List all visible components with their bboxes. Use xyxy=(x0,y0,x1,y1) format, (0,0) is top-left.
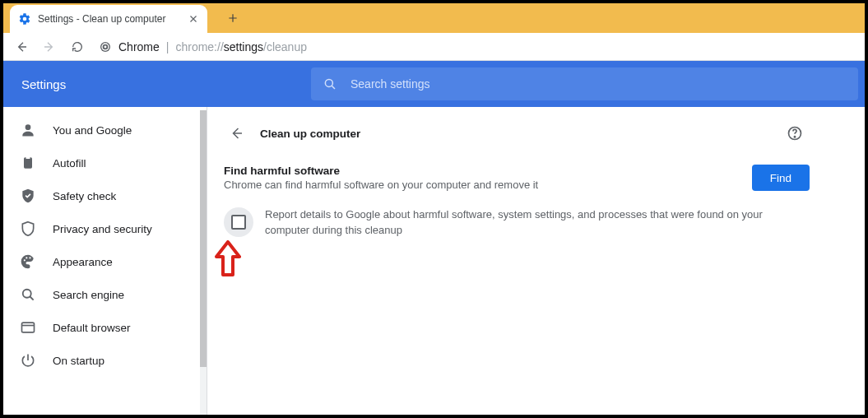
magnify-icon xyxy=(20,286,36,303)
search-settings-input[interactable] xyxy=(350,77,847,91)
address-bar[interactable]: Chrome | chrome://settings/cleanup xyxy=(94,40,858,53)
browser-tab[interactable]: Settings - Clean up computer xyxy=(10,5,207,33)
shield-check-icon xyxy=(20,188,36,204)
sidebar-item-privacy[interactable]: Privacy and security xyxy=(3,212,207,245)
svg-rect-7 xyxy=(26,156,30,159)
sidebar-item-label: Privacy and security xyxy=(53,223,152,235)
sidebar-item-label: Appearance xyxy=(53,256,113,268)
power-icon xyxy=(20,352,36,369)
svg-point-14 xyxy=(794,137,795,137)
sidebar-scrollbar[interactable] xyxy=(200,110,207,415)
section-title: Clean up computer xyxy=(260,128,787,140)
clipboard-icon xyxy=(20,155,36,171)
sidebar-item-label: Autofill xyxy=(53,157,86,170)
settings-brand: Settings xyxy=(3,77,304,91)
url-host: Chrome xyxy=(118,40,160,53)
report-checkbox[interactable] xyxy=(231,215,246,230)
sidebar-item-label: On startup xyxy=(53,355,104,367)
new-tab-button[interactable] xyxy=(219,3,247,33)
plus-icon xyxy=(227,12,239,24)
panel-title: Find harmful software xyxy=(224,165,736,177)
report-checkbox-label: Report details to Google about harmful s… xyxy=(265,207,810,239)
arrow-left-icon xyxy=(230,126,244,141)
report-checkbox-wrap xyxy=(224,207,253,237)
settings-content: Clean up computer Find harmful software … xyxy=(207,107,865,415)
sidebar-item-label: Safety check xyxy=(53,190,116,202)
palette-icon xyxy=(20,253,36,270)
svg-rect-12 xyxy=(22,323,35,332)
gear-icon xyxy=(18,12,31,26)
sidebar-item-appearance[interactable]: Appearance xyxy=(3,245,207,278)
find-button[interactable]: Find xyxy=(752,165,810,191)
search-settings-box[interactable] xyxy=(311,67,858,100)
tab-title: Settings - Clean up computer xyxy=(38,13,188,25)
sidebar-item-search-engine[interactable]: Search engine xyxy=(3,278,207,311)
svg-point-3 xyxy=(104,45,107,48)
svg-rect-6 xyxy=(24,157,32,168)
sidebar-item-default-browser[interactable]: Default browser xyxy=(3,311,207,344)
person-icon xyxy=(20,122,36,138)
browser-toolbar: Chrome | chrome://settings/cleanup xyxy=(3,33,865,61)
reload-button[interactable] xyxy=(66,35,89,58)
browser-titlebar: Settings - Clean up computer xyxy=(3,3,865,33)
close-icon[interactable] xyxy=(188,13,199,25)
settings-header: Settings xyxy=(3,61,865,107)
svg-point-9 xyxy=(26,257,27,258)
help-icon[interactable] xyxy=(787,125,803,142)
sidebar-item-autofill[interactable]: Autofill xyxy=(3,146,207,179)
svg-point-11 xyxy=(23,290,31,298)
sidebar-item-safety-check[interactable]: Safety check xyxy=(3,179,207,212)
svg-point-8 xyxy=(24,259,26,261)
window-icon xyxy=(20,319,36,336)
shield-icon xyxy=(20,221,36,237)
site-info-icon[interactable] xyxy=(99,40,112,53)
svg-point-4 xyxy=(325,79,332,86)
sidebar-item-on-startup[interactable]: On startup xyxy=(3,344,207,377)
sidebar-item-label: You and Google xyxy=(53,124,132,137)
sidebar-item-you-and-google[interactable]: You and Google xyxy=(3,114,207,146)
back-button[interactable] xyxy=(10,35,33,58)
settings-sidebar: You and Google Autofill Safety check Pri… xyxy=(3,107,207,415)
url-path: chrome://settings/cleanup xyxy=(175,40,307,53)
forward-button[interactable] xyxy=(38,35,61,58)
svg-point-10 xyxy=(29,257,30,258)
panel-subtitle: Chrome can find harmful software on your… xyxy=(224,179,736,191)
sidebar-item-label: Default browser xyxy=(53,322,131,334)
svg-point-5 xyxy=(26,124,31,130)
section-back-button[interactable] xyxy=(224,120,250,146)
search-icon xyxy=(323,77,337,91)
sidebar-item-label: Search engine xyxy=(53,289,124,301)
